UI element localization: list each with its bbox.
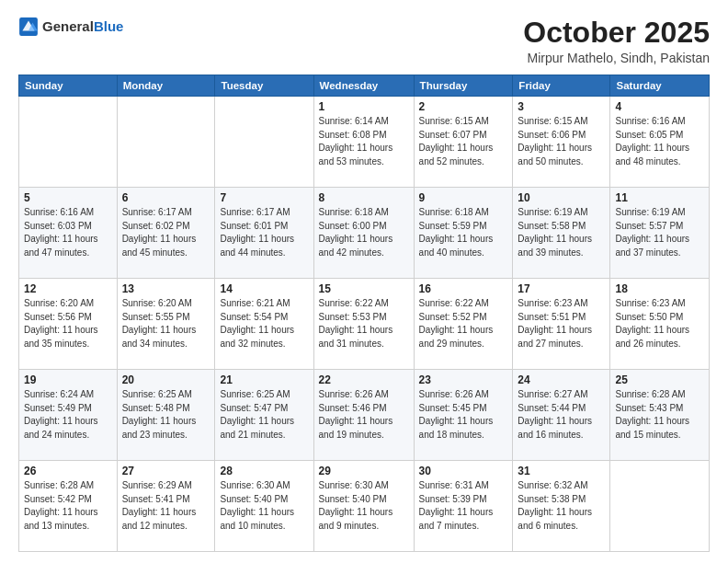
day-info: Sunrise: 6:22 AM Sunset: 5:53 PM Dayligh… bbox=[319, 297, 409, 350]
day-info: Sunrise: 6:21 AM Sunset: 5:54 PM Dayligh… bbox=[220, 297, 308, 350]
day-number: 3 bbox=[518, 100, 605, 113]
calendar-cell: 7Sunrise: 6:17 AM Sunset: 6:01 PM Daylig… bbox=[215, 188, 313, 279]
logo-icon bbox=[18, 17, 39, 37]
header: General Blue October 2025 Mirpur Mathelo… bbox=[18, 17, 710, 65]
month-title: October 2025 bbox=[523, 17, 710, 49]
calendar-cell: 1Sunrise: 6:14 AM Sunset: 6:08 PM Daylig… bbox=[313, 97, 414, 188]
day-info: Sunrise: 6:17 AM Sunset: 6:02 PM Dayligh… bbox=[122, 206, 210, 259]
day-info: Sunrise: 6:26 AM Sunset: 5:45 PM Dayligh… bbox=[419, 388, 508, 442]
day-number: 12 bbox=[24, 282, 112, 295]
day-number: 15 bbox=[319, 282, 409, 295]
calendar-cell: 29Sunrise: 6:30 AM Sunset: 5:40 PM Dayli… bbox=[313, 461, 414, 552]
calendar-cell: 5Sunrise: 6:16 AM Sunset: 6:03 PM Daylig… bbox=[19, 188, 118, 279]
calendar-cell bbox=[117, 97, 215, 188]
day-number: 16 bbox=[419, 282, 508, 295]
day-info: Sunrise: 6:20 AM Sunset: 5:56 PM Dayligh… bbox=[24, 297, 112, 350]
day-info: Sunrise: 6:20 AM Sunset: 5:55 PM Dayligh… bbox=[122, 297, 210, 350]
day-number: 4 bbox=[615, 100, 704, 113]
calendar-cell: 16Sunrise: 6:22 AM Sunset: 5:52 PM Dayli… bbox=[414, 279, 513, 370]
day-number: 21 bbox=[220, 373, 308, 386]
calendar-cell: 28Sunrise: 6:30 AM Sunset: 5:40 PM Dayli… bbox=[215, 461, 313, 552]
col-tuesday: Tuesday bbox=[215, 75, 313, 97]
calendar-cell: 6Sunrise: 6:17 AM Sunset: 6:02 PM Daylig… bbox=[117, 188, 215, 279]
calendar-cell: 25Sunrise: 6:28 AM Sunset: 5:43 PM Dayli… bbox=[610, 370, 710, 461]
day-info: Sunrise: 6:25 AM Sunset: 5:48 PM Dayligh… bbox=[122, 388, 210, 442]
calendar-cell: 10Sunrise: 6:19 AM Sunset: 5:58 PM Dayli… bbox=[513, 188, 610, 279]
day-info: Sunrise: 6:14 AM Sunset: 6:08 PM Dayligh… bbox=[319, 115, 409, 168]
day-number: 14 bbox=[220, 282, 308, 295]
day-number: 24 bbox=[518, 373, 605, 386]
calendar-cell: 31Sunrise: 6:32 AM Sunset: 5:38 PM Dayli… bbox=[513, 461, 610, 552]
col-monday: Monday bbox=[117, 75, 215, 97]
calendar-week-2: 5Sunrise: 6:16 AM Sunset: 6:03 PM Daylig… bbox=[19, 188, 710, 279]
calendar-week-1: 1Sunrise: 6:14 AM Sunset: 6:08 PM Daylig… bbox=[19, 97, 710, 188]
col-saturday: Saturday bbox=[610, 75, 710, 97]
calendar-week-4: 19Sunrise: 6:24 AM Sunset: 5:49 PM Dayli… bbox=[19, 370, 710, 461]
day-info: Sunrise: 6:32 AM Sunset: 5:38 PM Dayligh… bbox=[518, 479, 605, 533]
day-number: 27 bbox=[122, 465, 210, 477]
calendar-cell bbox=[19, 97, 118, 188]
page: General Blue October 2025 Mirpur Mathelo… bbox=[0, 0, 728, 563]
day-number: 28 bbox=[220, 465, 308, 477]
day-info: Sunrise: 6:19 AM Sunset: 5:58 PM Dayligh… bbox=[518, 206, 605, 259]
logo-general: General bbox=[42, 19, 94, 35]
day-number: 2 bbox=[419, 100, 508, 113]
calendar-cell: 14Sunrise: 6:21 AM Sunset: 5:54 PM Dayli… bbox=[215, 279, 313, 370]
col-sunday: Sunday bbox=[19, 75, 118, 97]
day-number: 19 bbox=[24, 373, 112, 386]
day-number: 13 bbox=[122, 282, 210, 295]
day-info: Sunrise: 6:16 AM Sunset: 6:03 PM Dayligh… bbox=[24, 206, 112, 259]
calendar-cell: 17Sunrise: 6:23 AM Sunset: 5:51 PM Dayli… bbox=[513, 279, 610, 370]
day-info: Sunrise: 6:31 AM Sunset: 5:39 PM Dayligh… bbox=[419, 479, 508, 533]
calendar-table: Sunday Monday Tuesday Wednesday Thursday… bbox=[18, 75, 710, 552]
calendar-week-3: 12Sunrise: 6:20 AM Sunset: 5:56 PM Dayli… bbox=[19, 279, 710, 370]
day-info: Sunrise: 6:15 AM Sunset: 6:06 PM Dayligh… bbox=[518, 115, 605, 168]
day-number: 1 bbox=[319, 100, 409, 113]
day-info: Sunrise: 6:30 AM Sunset: 5:40 PM Dayligh… bbox=[220, 479, 308, 533]
calendar-week-5: 26Sunrise: 6:28 AM Sunset: 5:42 PM Dayli… bbox=[19, 461, 710, 552]
calendar-cell: 12Sunrise: 6:20 AM Sunset: 5:56 PM Dayli… bbox=[19, 279, 118, 370]
day-number: 7 bbox=[220, 191, 308, 204]
day-info: Sunrise: 6:30 AM Sunset: 5:40 PM Dayligh… bbox=[319, 479, 409, 533]
day-info: Sunrise: 6:22 AM Sunset: 5:52 PM Dayligh… bbox=[419, 297, 508, 350]
calendar-cell: 11Sunrise: 6:19 AM Sunset: 5:57 PM Dayli… bbox=[610, 188, 710, 279]
day-info: Sunrise: 6:25 AM Sunset: 5:47 PM Dayligh… bbox=[220, 388, 308, 442]
calendar-cell: 3Sunrise: 6:15 AM Sunset: 6:06 PM Daylig… bbox=[513, 97, 610, 188]
col-thursday: Thursday bbox=[414, 75, 513, 97]
day-number: 17 bbox=[518, 282, 605, 295]
day-info: Sunrise: 6:27 AM Sunset: 5:44 PM Dayligh… bbox=[518, 388, 605, 442]
day-number: 25 bbox=[615, 373, 704, 386]
day-number: 10 bbox=[518, 191, 605, 204]
logo-text: General Blue bbox=[42, 19, 123, 35]
day-number: 30 bbox=[419, 465, 508, 477]
calendar-cell bbox=[215, 97, 313, 188]
day-info: Sunrise: 6:23 AM Sunset: 5:51 PM Dayligh… bbox=[518, 297, 605, 350]
day-info: Sunrise: 6:29 AM Sunset: 5:41 PM Dayligh… bbox=[122, 479, 210, 533]
calendar-cell: 21Sunrise: 6:25 AM Sunset: 5:47 PM Dayli… bbox=[215, 370, 313, 461]
calendar-cell: 4Sunrise: 6:16 AM Sunset: 6:05 PM Daylig… bbox=[610, 97, 710, 188]
day-number: 23 bbox=[419, 373, 508, 386]
day-number: 26 bbox=[24, 465, 112, 477]
day-info: Sunrise: 6:23 AM Sunset: 5:50 PM Dayligh… bbox=[615, 297, 704, 350]
col-friday: Friday bbox=[513, 75, 610, 97]
calendar-cell: 26Sunrise: 6:28 AM Sunset: 5:42 PM Dayli… bbox=[19, 461, 118, 552]
calendar-cell: 23Sunrise: 6:26 AM Sunset: 5:45 PM Dayli… bbox=[414, 370, 513, 461]
calendar-cell: 27Sunrise: 6:29 AM Sunset: 5:41 PM Dayli… bbox=[117, 461, 215, 552]
calendar-cell: 19Sunrise: 6:24 AM Sunset: 5:49 PM Dayli… bbox=[19, 370, 118, 461]
day-info: Sunrise: 6:18 AM Sunset: 6:00 PM Dayligh… bbox=[319, 206, 409, 259]
calendar-cell: 8Sunrise: 6:18 AM Sunset: 6:00 PM Daylig… bbox=[313, 188, 414, 279]
day-number: 31 bbox=[518, 465, 605, 477]
calendar-cell: 13Sunrise: 6:20 AM Sunset: 5:55 PM Dayli… bbox=[117, 279, 215, 370]
day-info: Sunrise: 6:19 AM Sunset: 5:57 PM Dayligh… bbox=[615, 206, 704, 259]
day-number: 8 bbox=[319, 191, 409, 204]
day-number: 9 bbox=[419, 191, 508, 204]
calendar-cell: 18Sunrise: 6:23 AM Sunset: 5:50 PM Dayli… bbox=[610, 279, 710, 370]
calendar-cell bbox=[610, 461, 710, 552]
calendar-cell: 15Sunrise: 6:22 AM Sunset: 5:53 PM Dayli… bbox=[313, 279, 414, 370]
calendar-cell: 9Sunrise: 6:18 AM Sunset: 5:59 PM Daylig… bbox=[414, 188, 513, 279]
calendar-cell: 2Sunrise: 6:15 AM Sunset: 6:07 PM Daylig… bbox=[414, 97, 513, 188]
title-block: October 2025 Mirpur Mathelo, Sindh, Paki… bbox=[523, 17, 710, 65]
location: Mirpur Mathelo, Sindh, Pakistan bbox=[523, 51, 710, 65]
day-number: 22 bbox=[319, 373, 409, 386]
day-info: Sunrise: 6:17 AM Sunset: 6:01 PM Dayligh… bbox=[220, 206, 308, 259]
